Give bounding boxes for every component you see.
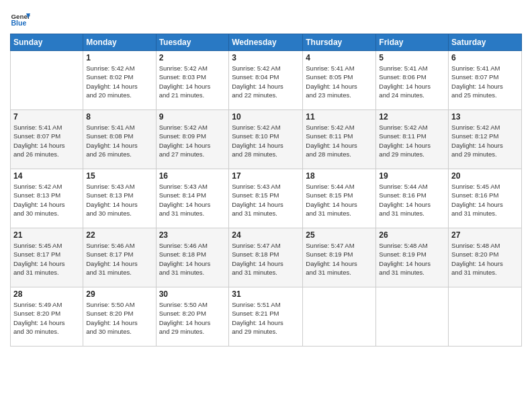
cell-info: Sunrise: 5:42 AM Sunset: 8:11 PM Dayligh… [379, 123, 445, 158]
calendar-cell: 25Sunrise: 5:47 AM Sunset: 8:19 PM Dayli… [303, 228, 376, 287]
cell-info: Sunrise: 5:42 AM Sunset: 8:10 PM Dayligh… [232, 123, 300, 158]
calendar-cell [376, 287, 449, 347]
calendar-cell [303, 287, 376, 347]
calendar-cell: 30Sunrise: 5:50 AM Sunset: 8:20 PM Dayli… [156, 287, 229, 347]
logo: General Blue [10, 9, 33, 30]
day-number: 19 [379, 171, 445, 181]
calendar-cell: 15Sunrise: 5:43 AM Sunset: 8:13 PM Dayli… [83, 169, 156, 228]
calendar-cell: 20Sunrise: 5:45 AM Sunset: 8:16 PM Dayli… [449, 169, 522, 228]
day-number: 14 [13, 171, 80, 181]
calendar-cell: 22Sunrise: 5:46 AM Sunset: 8:17 PM Dayli… [83, 228, 156, 287]
calendar-cell: 23Sunrise: 5:46 AM Sunset: 8:18 PM Dayli… [156, 228, 229, 287]
weekday-header-saturday: Saturday [449, 34, 522, 51]
day-number: 7 [13, 112, 80, 122]
day-number: 6 [451, 53, 519, 62]
calendar-cell: 9Sunrise: 5:42 AM Sunset: 8:09 PM Daylig… [156, 110, 229, 169]
cell-info: Sunrise: 5:41 AM Sunset: 8:08 PM Dayligh… [86, 123, 152, 158]
calendar-cell: 7Sunrise: 5:41 AM Sunset: 8:07 PM Daylig… [11, 110, 83, 169]
calendar-cell: 1Sunrise: 5:42 AM Sunset: 8:02 PM Daylig… [83, 51, 156, 110]
calendar-week-row: 7Sunrise: 5:41 AM Sunset: 8:07 PM Daylig… [11, 110, 522, 169]
cell-info: Sunrise: 5:44 AM Sunset: 8:16 PM Dayligh… [379, 182, 445, 218]
calendar-cell: 17Sunrise: 5:43 AM Sunset: 8:15 PM Dayli… [229, 169, 303, 228]
cell-info: Sunrise: 5:50 AM Sunset: 8:20 PM Dayligh… [159, 300, 226, 336]
calendar-cell: 6Sunrise: 5:41 AM Sunset: 8:07 PM Daylig… [449, 51, 522, 110]
day-number: 12 [379, 112, 445, 122]
cell-info: Sunrise: 5:43 AM Sunset: 8:13 PM Dayligh… [86, 182, 152, 218]
day-number: 4 [306, 53, 373, 62]
day-number: 3 [232, 53, 300, 62]
calendar-cell: 3Sunrise: 5:42 AM Sunset: 8:04 PM Daylig… [229, 51, 303, 110]
weekday-header-wednesday: Wednesday [229, 34, 303, 51]
day-number: 16 [159, 171, 226, 181]
cell-info: Sunrise: 5:41 AM Sunset: 8:07 PM Dayligh… [451, 64, 519, 99]
cell-info: Sunrise: 5:43 AM Sunset: 8:14 PM Dayligh… [159, 182, 226, 218]
day-number: 24 [232, 230, 300, 240]
cell-info: Sunrise: 5:42 AM Sunset: 8:09 PM Dayligh… [159, 123, 226, 158]
weekday-header-thursday: Thursday [303, 34, 376, 51]
calendar-cell: 19Sunrise: 5:44 AM Sunset: 8:16 PM Dayli… [376, 169, 449, 228]
day-number: 23 [159, 230, 226, 240]
weekday-header-tuesday: Tuesday [156, 34, 229, 51]
day-number: 9 [159, 112, 226, 122]
cell-info: Sunrise: 5:50 AM Sunset: 8:20 PM Dayligh… [86, 300, 152, 336]
day-number: 22 [86, 230, 152, 240]
calendar-cell: 31Sunrise: 5:51 AM Sunset: 8:21 PM Dayli… [229, 287, 303, 347]
calendar-cell: 4Sunrise: 5:41 AM Sunset: 8:05 PM Daylig… [303, 51, 376, 110]
day-number: 5 [379, 53, 445, 62]
calendar-cell: 21Sunrise: 5:45 AM Sunset: 8:17 PM Dayli… [11, 228, 83, 287]
day-number: 30 [159, 289, 226, 299]
weekday-header-monday: Monday [83, 34, 156, 51]
calendar-cell: 24Sunrise: 5:47 AM Sunset: 8:18 PM Dayli… [229, 228, 303, 287]
day-number: 21 [13, 230, 80, 240]
day-number: 17 [232, 171, 300, 181]
calendar-cell [449, 287, 522, 347]
cell-info: Sunrise: 5:41 AM Sunset: 8:05 PM Dayligh… [306, 64, 373, 99]
day-number: 1 [86, 53, 152, 62]
cell-info: Sunrise: 5:47 AM Sunset: 8:18 PM Dayligh… [232, 241, 300, 277]
cell-info: Sunrise: 5:41 AM Sunset: 8:06 PM Dayligh… [379, 64, 445, 99]
cell-info: Sunrise: 5:41 AM Sunset: 8:07 PM Dayligh… [13, 123, 80, 158]
calendar-cell: 12Sunrise: 5:42 AM Sunset: 8:11 PM Dayli… [376, 110, 449, 169]
day-number: 25 [306, 230, 373, 240]
day-number: 11 [306, 112, 373, 122]
calendar-cell: 14Sunrise: 5:42 AM Sunset: 8:13 PM Dayli… [11, 169, 83, 228]
cell-info: Sunrise: 5:42 AM Sunset: 8:02 PM Dayligh… [86, 64, 152, 99]
calendar-cell: 16Sunrise: 5:43 AM Sunset: 8:14 PM Dayli… [156, 169, 229, 228]
cell-info: Sunrise: 5:42 AM Sunset: 8:12 PM Dayligh… [451, 123, 519, 158]
cell-info: Sunrise: 5:44 AM Sunset: 8:15 PM Dayligh… [306, 182, 373, 218]
cell-info: Sunrise: 5:48 AM Sunset: 8:20 PM Dayligh… [451, 241, 519, 277]
day-number: 20 [451, 171, 519, 181]
calendar-cell: 27Sunrise: 5:48 AM Sunset: 8:20 PM Dayli… [449, 228, 522, 287]
day-number: 28 [13, 289, 80, 299]
calendar-cell: 13Sunrise: 5:42 AM Sunset: 8:12 PM Dayli… [449, 110, 522, 169]
calendar-cell: 11Sunrise: 5:42 AM Sunset: 8:11 PM Dayli… [303, 110, 376, 169]
cell-info: Sunrise: 5:43 AM Sunset: 8:15 PM Dayligh… [232, 182, 300, 218]
calendar-week-row: 28Sunrise: 5:49 AM Sunset: 8:20 PM Dayli… [11, 287, 522, 347]
calendar-cell: 8Sunrise: 5:41 AM Sunset: 8:08 PM Daylig… [83, 110, 156, 169]
calendar-cell: 18Sunrise: 5:44 AM Sunset: 8:15 PM Dayli… [303, 169, 376, 228]
calendar-cell: 26Sunrise: 5:48 AM Sunset: 8:19 PM Dayli… [376, 228, 449, 287]
day-number: 13 [451, 112, 519, 122]
calendar-table: SundayMondayTuesdayWednesdayThursdayFrid… [10, 34, 522, 347]
day-number: 18 [306, 171, 373, 181]
weekday-header-friday: Friday [376, 34, 449, 51]
cell-info: Sunrise: 5:45 AM Sunset: 8:16 PM Dayligh… [451, 182, 519, 218]
cell-info: Sunrise: 5:47 AM Sunset: 8:19 PM Dayligh… [306, 241, 373, 277]
calendar-cell: 5Sunrise: 5:41 AM Sunset: 8:06 PM Daylig… [376, 51, 449, 110]
cell-info: Sunrise: 5:49 AM Sunset: 8:20 PM Dayligh… [13, 300, 80, 336]
calendar-cell: 28Sunrise: 5:49 AM Sunset: 8:20 PM Dayli… [11, 287, 83, 347]
cell-info: Sunrise: 5:42 AM Sunset: 8:13 PM Dayligh… [13, 182, 80, 218]
cell-info: Sunrise: 5:42 AM Sunset: 8:04 PM Dayligh… [232, 64, 300, 99]
cell-info: Sunrise: 5:48 AM Sunset: 8:19 PM Dayligh… [379, 241, 445, 277]
calendar-week-row: 21Sunrise: 5:45 AM Sunset: 8:17 PM Dayli… [11, 228, 522, 287]
logo-icon: General Blue [10, 9, 30, 30]
day-number: 2 [159, 53, 226, 62]
cell-info: Sunrise: 5:42 AM Sunset: 8:03 PM Dayligh… [159, 64, 226, 99]
calendar-cell: 10Sunrise: 5:42 AM Sunset: 8:10 PM Dayli… [229, 110, 303, 169]
weekday-header-sunday: Sunday [11, 34, 83, 51]
calendar-header: SundayMondayTuesdayWednesdayThursdayFrid… [11, 34, 522, 51]
cell-info: Sunrise: 5:46 AM Sunset: 8:17 PM Dayligh… [86, 241, 152, 277]
day-number: 29 [86, 289, 152, 299]
day-number: 10 [232, 112, 300, 122]
day-number: 26 [379, 230, 445, 240]
